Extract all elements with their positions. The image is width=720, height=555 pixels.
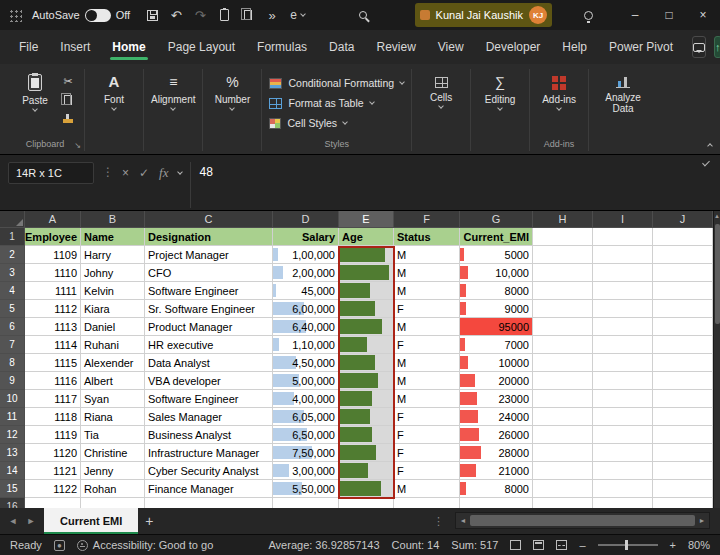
cell-G12[interactable]: 26000 — [460, 426, 533, 444]
cell-A3[interactable]: 1110 — [25, 264, 81, 282]
cell-A15[interactable]: 1122 — [25, 480, 81, 498]
cell-A6[interactable]: 1113 — [25, 318, 81, 336]
menu-tab-file[interactable]: File — [8, 30, 49, 64]
cell-H8[interactable] — [533, 354, 593, 372]
share-button[interactable]: ↑ — [714, 36, 720, 58]
cell-B1[interactable]: Name — [81, 228, 145, 246]
cell-H11[interactable] — [533, 408, 593, 426]
vertical-scrollbar[interactable]: ▲ — [713, 211, 720, 508]
cell-I11[interactable] — [593, 408, 653, 426]
enter-button[interactable]: ✓ — [139, 166, 149, 180]
cell-J11[interactable] — [653, 408, 713, 426]
cell-D1[interactable]: Salary — [273, 228, 339, 246]
zoom-in-button[interactable]: + — [670, 539, 676, 551]
cell-B7[interactable]: Ruhani — [81, 336, 145, 354]
cell-I3[interactable] — [593, 264, 653, 282]
autosave-control[interactable]: AutoSave Off — [32, 9, 130, 22]
zoom-out-button[interactable]: – — [579, 539, 585, 551]
account-badge[interactable]: Kunal Jai Kaushik KJ — [415, 3, 552, 27]
cell-H10[interactable] — [533, 390, 593, 408]
cell-A5[interactable]: 1112 — [25, 300, 81, 318]
cell-C1[interactable]: Designation — [145, 228, 273, 246]
cell-I2[interactable] — [593, 246, 653, 264]
cell-E7[interactable] — [339, 336, 394, 354]
menu-tab-developer[interactable]: Developer — [475, 30, 552, 64]
cell-F3[interactable]: M — [394, 264, 460, 282]
cell-I5[interactable] — [593, 300, 653, 318]
row-header-3[interactable]: 3 — [0, 264, 25, 282]
cell-A13[interactable]: 1120 — [25, 444, 81, 462]
cell-J2[interactable] — [653, 246, 713, 264]
menu-tab-view[interactable]: View — [427, 30, 475, 64]
cell-A11[interactable]: 1118 — [25, 408, 81, 426]
cell-J16[interactable] — [653, 498, 713, 508]
zoom-level[interactable]: 80% — [688, 539, 710, 551]
paste-button[interactable]: Paste — [13, 69, 57, 111]
row-header-1[interactable]: 1 — [0, 228, 25, 246]
cell-F14[interactable]: F — [394, 462, 460, 480]
cell-I12[interactable] — [593, 426, 653, 444]
cell-A14[interactable]: 1121 — [25, 462, 81, 480]
cell-E1[interactable]: Age — [339, 228, 394, 246]
cell-B4[interactable]: Kelvin — [81, 282, 145, 300]
page-break-view-button[interactable] — [556, 540, 567, 550]
cell-D11[interactable]: 6,05,000 — [273, 408, 339, 426]
cell-D3[interactable]: 2,00,000 — [273, 264, 339, 282]
row-header-2[interactable]: 2 — [0, 246, 25, 264]
cell-H1[interactable] — [533, 228, 593, 246]
copy-button-ribbon[interactable] — [59, 92, 77, 108]
cell-G7[interactable]: 7000 — [460, 336, 533, 354]
sheet-nav-right-icon[interactable]: ► — [22, 508, 40, 534]
column-header-I[interactable]: I — [593, 211, 653, 228]
cut-button[interactable]: ✂ — [59, 73, 77, 89]
menu-tab-page-layout[interactable]: Page Layout — [157, 30, 246, 64]
cell-D4[interactable]: 45,000 — [273, 282, 339, 300]
cell-F11[interactable]: F — [394, 408, 460, 426]
copy-button[interactable] — [236, 3, 260, 27]
autosave-toggle-icon[interactable] — [85, 9, 111, 22]
collapse-ribbon-icon[interactable] — [707, 143, 713, 149]
cell-E9[interactable] — [339, 372, 394, 390]
cell-G16[interactable] — [460, 498, 533, 508]
cell-I10[interactable] — [593, 390, 653, 408]
cell-J10[interactable] — [653, 390, 713, 408]
cell-I4[interactable] — [593, 282, 653, 300]
cell-J6[interactable] — [653, 318, 713, 336]
cell-G6[interactable]: 95000 — [460, 318, 533, 336]
row-header-7[interactable]: 7 — [0, 336, 25, 354]
horizontal-scroll-thumb[interactable] — [470, 515, 695, 526]
menu-tab-insert[interactable]: Insert — [49, 30, 101, 64]
select-all-button[interactable] — [0, 211, 25, 228]
row-header-4[interactable]: 4 — [0, 282, 25, 300]
minimize-button[interactable]: – — [618, 0, 652, 30]
cell-J15[interactable] — [653, 480, 713, 498]
cell-E11[interactable] — [339, 408, 394, 426]
row-header-14[interactable]: 14 — [0, 462, 25, 480]
cell-A12[interactable]: 1119 — [25, 426, 81, 444]
cell-B14[interactable]: Jenny — [81, 462, 145, 480]
clipboard-dialog-launcher[interactable]: ↘ — [74, 141, 81, 150]
cell-F7[interactable]: F — [394, 336, 460, 354]
cell-E4[interactable] — [339, 282, 394, 300]
cell-H16[interactable] — [533, 498, 593, 508]
cell-J7[interactable] — [653, 336, 713, 354]
cell-G13[interactable]: 28000 — [460, 444, 533, 462]
cell-H15[interactable] — [533, 480, 593, 498]
menu-tab-help[interactable]: Help — [551, 30, 598, 64]
cell-F13[interactable]: F — [394, 444, 460, 462]
cell-A1[interactable]: Employee — [25, 228, 81, 246]
cell-E5[interactable] — [339, 300, 394, 318]
cell-E10[interactable] — [339, 390, 394, 408]
cell-D9[interactable]: 5,00,000 — [273, 372, 339, 390]
new-sheet-button[interactable]: + — [138, 508, 160, 534]
cell-H14[interactable] — [533, 462, 593, 480]
app-launcher-icon[interactable] — [8, 8, 22, 22]
addins-button[interactable]: Add-ins — [537, 69, 581, 110]
cell-C5[interactable]: Sr. Software Engineer — [145, 300, 273, 318]
cell-A2[interactable]: 1109 — [25, 246, 81, 264]
column-header-J[interactable]: J — [653, 211, 713, 228]
cell-I14[interactable] — [593, 462, 653, 480]
row-header-10[interactable]: 10 — [0, 390, 25, 408]
cell-A8[interactable]: 1115 — [25, 354, 81, 372]
cell-C11[interactable]: Sales Manager — [145, 408, 273, 426]
